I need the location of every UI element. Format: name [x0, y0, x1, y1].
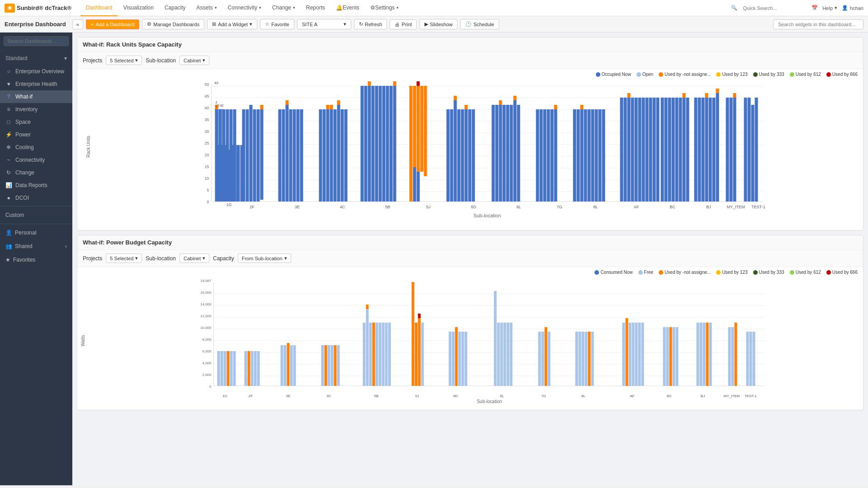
- slideshow-icon: ▶: [425, 21, 428, 27]
- svg-rect-132: [554, 105, 557, 109]
- cooling-icon: ❄: [5, 144, 12, 150]
- projects-label-2: Projects: [83, 255, 102, 262]
- svg-rect-236: [382, 323, 385, 386]
- power-projects-selector[interactable]: 5 Selected ▾: [106, 253, 142, 263]
- svg-rect-292: [728, 327, 731, 386]
- favorite-button[interactable]: ☆ Favorite: [260, 19, 294, 29]
- sidebar-item-change[interactable]: ↻ Change: [0, 166, 72, 179]
- svg-rect-218: [287, 343, 290, 386]
- sidebar-item-connectivity[interactable]: ~ Connectivity: [0, 154, 72, 166]
- svg-rect-293: [731, 327, 734, 386]
- y-axis-label-1: Rack Units: [86, 136, 91, 157]
- top-navigation: ☀ Sunbird® dcTrack® Dashboard Visualizat…: [0, 0, 868, 16]
- logo[interactable]: ☀ Sunbird® dcTrack®: [5, 4, 71, 13]
- svg-rect-88: [364, 86, 368, 202]
- svg-rect-243: [418, 318, 421, 386]
- sidebar-item-power[interactable]: ⚡ Power: [0, 128, 72, 141]
- quick-search-btn[interactable]: 🔍: [731, 4, 807, 12]
- legend-occupied: Occupied Now: [596, 72, 631, 77]
- sidebar-standard-header[interactable]: Standard ▾: [5, 53, 67, 63]
- slideshow-button[interactable]: ▶ Slideshow: [420, 19, 458, 29]
- sidebar-item-favorites[interactable]: ★ Favorites: [0, 253, 72, 267]
- svg-rect-203: [217, 351, 220, 386]
- nav-item-dashboard[interactable]: Dashboard: [80, 0, 118, 16]
- svg-rect-63: [250, 105, 253, 202]
- sidebar-item-space[interactable]: □ Space: [0, 116, 72, 128]
- sidebar-item-enterprise-health[interactable]: ♥ Enterprise Health: [0, 78, 72, 90]
- svg-text:TEST-1: TEST-1: [745, 394, 757, 398]
- svg-rect-266: [579, 332, 581, 386]
- svg-rect-297: [750, 332, 752, 386]
- projects-selector[interactable]: 5 Selected ▾: [106, 56, 142, 65]
- schedule-button[interactable]: 🕐 Schedule: [460, 19, 499, 29]
- site-selector[interactable]: SITE A ▾: [297, 19, 351, 29]
- nav-item-connectivity[interactable]: Connectivity ▾: [222, 0, 267, 16]
- widget-power-controls: Projects 5 Selected ▾ Sub-location Cabin…: [77, 250, 863, 267]
- sublocation-selector[interactable]: Cabinet ▾: [179, 56, 209, 65]
- svg-rect-161: [679, 98, 682, 202]
- nav-item-visualization[interactable]: Visualization: [118, 0, 159, 16]
- sidebar-item-enterprise-overview[interactable]: ○ Enterprise Overview: [0, 65, 72, 78]
- sidebar-search-input[interactable]: [4, 36, 69, 46]
- sidebar-item-custom[interactable]: Custom: [0, 208, 72, 222]
- svg-rect-248: [455, 327, 458, 386]
- sidebar-item-what-if[interactable]: ? What-if: [0, 90, 72, 103]
- svg-text:8L: 8L: [581, 394, 585, 398]
- svg-rect-106: [424, 86, 427, 176]
- nav-item-change[interactable]: Change ▾: [267, 0, 301, 16]
- manage-dashboards-button[interactable]: ⚙ Manage Dashboards: [142, 19, 204, 29]
- svg-rect-127: [536, 109, 539, 202]
- svg-rect-99: [410, 86, 413, 202]
- nav-item-events[interactable]: 🔔 Events: [330, 0, 365, 16]
- refresh-button[interactable]: ↻ Refresh: [354, 19, 387, 29]
- sidebar-item-label: Change: [15, 169, 34, 176]
- svg-rect-211: [248, 351, 250, 386]
- sidebar-item-data-reports[interactable]: 📊 Data Reports: [0, 179, 72, 192]
- svg-text:7G: 7G: [541, 394, 546, 398]
- custom-label: Custom: [5, 212, 24, 218]
- svg-rect-294: [735, 323, 737, 386]
- collapse-sidebar-button[interactable]: «: [72, 19, 83, 29]
- add-dashboard-button[interactable]: + Add a Dashboard: [86, 19, 139, 29]
- svg-rect-76: [319, 109, 322, 202]
- svg-rect-270: [591, 332, 594, 386]
- chevron-down-icon: ▾: [64, 55, 67, 61]
- user-btn[interactable]: 👤 hchan: [842, 5, 863, 11]
- svg-rect-104: [417, 172, 420, 202]
- calendar-btn[interactable]: 📅: [811, 5, 818, 11]
- capacity-selector[interactable]: From Sub-location ▾: [238, 253, 291, 263]
- sidebar-item-shared[interactable]: 👥 Shared ‹: [0, 239, 72, 253]
- svg-rect-150: [638, 98, 642, 202]
- power-icon: ⚡: [5, 131, 12, 138]
- nav-item-assets[interactable]: Assets ▾: [191, 0, 222, 16]
- sidebar-item-cooling[interactable]: ❄ Cooling: [0, 141, 72, 154]
- svg-rect-257: [507, 323, 509, 386]
- sidebar-item-personal[interactable]: 👤 Personal: [0, 226, 72, 239]
- svg-rect-110: [454, 100, 457, 202]
- print-button[interactable]: 🖨 Print: [390, 19, 417, 29]
- quick-search-input[interactable]: [739, 4, 807, 12]
- svg-rect-149: [635, 98, 638, 202]
- widget-search-input[interactable]: [773, 19, 863, 29]
- nav-item-reports[interactable]: Reports: [301, 0, 330, 16]
- svg-rect-227: [337, 345, 340, 386]
- svg-text:BC: BC: [670, 205, 675, 209]
- nav-item-settings[interactable]: ⚙ Settings ▾: [365, 0, 404, 16]
- sidebar-item-dcoi[interactable]: ● DCOI: [0, 192, 72, 204]
- add-widget-button[interactable]: ⊞ Add a Widget ▾: [207, 19, 257, 29]
- svg-text:25: 25: [204, 141, 209, 145]
- svg-rect-68: [278, 109, 282, 202]
- svg-rect-152: [646, 98, 649, 202]
- help-btn[interactable]: Help ▾: [822, 5, 837, 11]
- svg-rect-153: [649, 98, 652, 202]
- nav-item-capacity[interactable]: Capacity: [159, 0, 191, 16]
- svg-text:12,000: 12,000: [200, 314, 212, 318]
- change-icon: ↻: [5, 169, 12, 176]
- sidebar-item-inventory[interactable]: ≡ Inventory: [0, 103, 72, 116]
- svg-rect-143: [602, 109, 605, 202]
- svg-text:5J: 5J: [415, 394, 419, 398]
- svg-rect-147: [627, 98, 631, 202]
- legend-open: Open: [637, 72, 653, 77]
- svg-rect-124: [514, 96, 517, 100]
- power-sublocation-selector[interactable]: Cabinet ▾: [179, 253, 209, 263]
